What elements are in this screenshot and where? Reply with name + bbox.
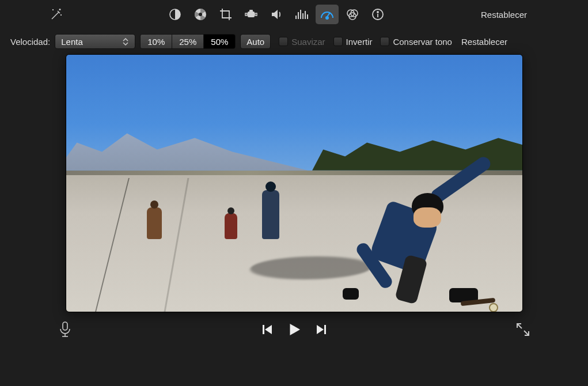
filters-icon[interactable] [341,5,364,24]
smooth-checkbox: Suavizar [279,37,325,47]
svg-rect-3 [248,12,255,17]
svg-point-18 [377,12,378,13]
adjustment-toolbar: Restablecer [0,0,588,29]
speed-controls-bar: Velocidad: Lenta 10% 25% 50% Auto Suaviz… [0,29,588,54]
playback-bar [0,312,588,347]
preserve-pitch-label: Conservar tono [393,37,452,47]
speed-reset-button[interactable]: Restablecer [461,37,507,47]
speed-icon[interactable] [316,5,339,24]
video-preview[interactable] [66,54,523,312]
speed-preset-dropdown[interactable]: Lenta [55,34,135,49]
magic-wand-icon[interactable] [45,5,68,24]
crop-icon[interactable] [214,5,237,24]
info-icon[interactable] [366,5,389,24]
previous-frame-button[interactable] [260,323,274,336]
checkbox-icon [279,37,288,46]
play-button[interactable] [286,321,303,338]
preserve-pitch-checkbox[interactable]: Conservar tono [380,37,452,47]
checkbox-icon [380,37,389,46]
svg-rect-6 [255,13,257,16]
speed-10-button[interactable]: 10% [141,35,172,48]
svg-rect-4 [249,10,253,12]
svg-rect-5 [245,13,247,16]
color-balance-icon[interactable] [164,5,187,24]
stabilization-icon[interactable] [240,5,263,24]
svg-rect-21 [324,325,326,334]
smooth-label: Suavizar [291,37,325,47]
svg-rect-19 [63,322,67,330]
svg-rect-20 [263,325,264,334]
voiceover-mic-icon[interactable] [58,321,73,338]
reverse-checkbox[interactable]: Invertir [333,37,373,47]
color-correction-icon[interactable] [189,5,212,24]
speed-25-button[interactable]: 25% [172,35,204,48]
noise-reduction-icon[interactable] [290,5,313,24]
chevron-updown-icon [120,35,131,48]
svg-rect-10 [302,13,304,19]
speed-50-button[interactable]: 50% [204,35,235,48]
reset-all-button[interactable]: Restablecer [476,7,532,22]
speed-auto-button[interactable]: Auto [240,34,271,49]
svg-rect-11 [305,11,306,19]
svg-point-2 [199,13,202,16]
speed-label: Velocidad: [10,37,50,47]
reverse-label: Invertir [346,37,373,47]
svg-rect-9 [300,10,301,19]
volume-icon[interactable] [265,5,288,24]
preview-frame [66,55,522,312]
svg-rect-12 [307,14,308,19]
checkbox-icon [333,37,343,46]
svg-rect-7 [295,16,297,19]
next-frame-button[interactable] [314,323,328,336]
svg-point-13 [326,17,328,19]
fullscreen-icon[interactable] [515,322,530,337]
svg-rect-8 [298,12,299,19]
speed-selected-value: Lenta [61,37,83,47]
speed-percent-segmented: 10% 25% 50% [140,34,236,49]
